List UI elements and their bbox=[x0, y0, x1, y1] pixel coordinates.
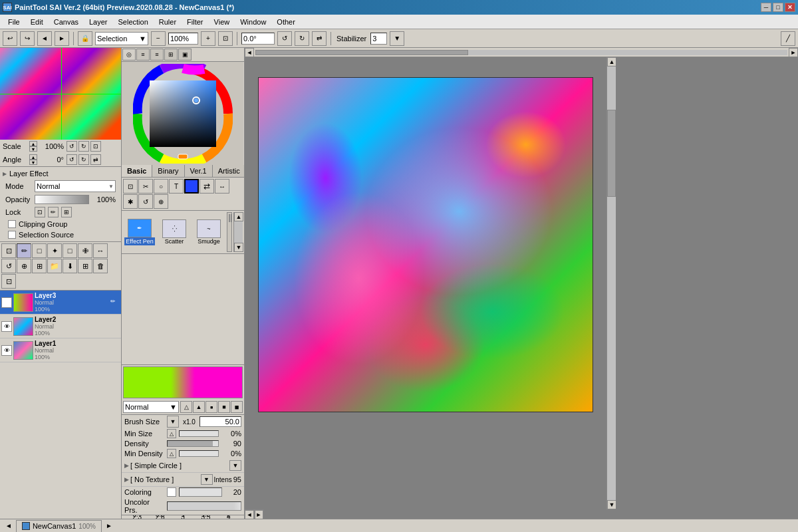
brush-type-text[interactable]: T bbox=[169, 179, 184, 194]
tool-new-layer[interactable]: ⊡ bbox=[1, 243, 16, 258]
brush-type-fill[interactable]: ⊕ bbox=[154, 194, 168, 209]
brush-size-dropdown[interactable]: ▼ bbox=[167, 416, 179, 428]
brush-tab-binary[interactable]: Binary bbox=[152, 165, 184, 177]
menu-file[interactable]: File bbox=[3, 17, 25, 27]
scale-down[interactable]: ▼ bbox=[29, 146, 37, 152]
canvas-horizontal-scrollbar[interactable]: ◄ ► bbox=[245, 509, 263, 519]
color-tab-hsl[interactable]: ≡ bbox=[136, 49, 150, 61]
brush-type-rotate[interactable]: ↺ bbox=[138, 194, 153, 209]
shape-triangle-filled[interactable]: ▲ bbox=[193, 401, 205, 413]
tool-bucket[interactable]: ⊕ bbox=[17, 259, 31, 273]
toolbar-zoom-out[interactable]: − bbox=[151, 31, 166, 46]
canvas-vertical-scrollbar[interactable]: ▲ ▼ bbox=[606, 57, 616, 509]
toolbar-undo[interactable]: ↩ bbox=[3, 31, 17, 46]
scroll-right-arrow[interactable]: ► bbox=[254, 510, 263, 519]
brush-tab-basic[interactable]: Basic bbox=[122, 165, 152, 177]
brush-effect-pen[interactable]: ✒ Effect Pen bbox=[123, 219, 156, 245]
preset-scroll-up[interactable]: ▲ bbox=[234, 212, 243, 221]
brush-type-circle[interactable]: ○ bbox=[154, 179, 168, 194]
brush-type-select[interactable]: ⊡ bbox=[123, 179, 138, 194]
menu-window[interactable]: Window bbox=[235, 17, 271, 27]
close-button[interactable]: ✕ bbox=[785, 3, 795, 12]
color-tab-swatch[interactable]: ▣ bbox=[178, 49, 192, 61]
scroll-down-arrow[interactable]: ▼ bbox=[607, 500, 616, 509]
shape-square-large[interactable]: ■ bbox=[231, 401, 243, 413]
preset-scrollbar[interactable]: ▲ ▼ bbox=[233, 212, 243, 252]
artwork[interactable] bbox=[258, 77, 593, 412]
toolbar-rotate-ccw[interactable]: ↺ bbox=[277, 31, 292, 46]
stabilizer-dropdown[interactable]: ▼ bbox=[390, 31, 404, 46]
layer-3-visibility[interactable]: 👁 bbox=[1, 297, 12, 308]
angle-down[interactable]: ▼ bbox=[29, 160, 37, 165]
selection-dropdown[interactable]: Selection ▼ bbox=[95, 32, 148, 45]
toolbar-zoom-fit[interactable]: ⊡ bbox=[218, 31, 233, 46]
coloring-slider[interactable] bbox=[179, 487, 222, 497]
color-wheel-area[interactable] bbox=[122, 62, 243, 165]
toolbar-pen-icon[interactable]: ╱ bbox=[781, 31, 795, 46]
tool-merge[interactable]: ⬇ bbox=[63, 259, 77, 273]
color-wheel-svg[interactable] bbox=[133, 64, 233, 164]
scroll-v-track[interactable] bbox=[607, 66, 616, 500]
tab-right-arrow[interactable]: ► bbox=[103, 522, 115, 529]
tool-extra[interactable]: ⊡ bbox=[1, 274, 16, 289]
mode-dropdown[interactable]: Normal ▼ bbox=[35, 180, 116, 192]
brush-type-lasso[interactable]: ✂ bbox=[138, 179, 153, 194]
menu-filter[interactable]: Filter bbox=[182, 17, 208, 27]
menu-canvas[interactable]: Canvas bbox=[49, 17, 84, 27]
toolbar-zoom-in[interactable]: + bbox=[201, 31, 215, 46]
tool-move[interactable]: ✙ bbox=[78, 243, 92, 258]
canvas-thumbnail[interactable] bbox=[0, 48, 122, 140]
scale-100[interactable]: ⊡ bbox=[90, 141, 101, 152]
brush-type-move[interactable]: ↔ bbox=[215, 179, 229, 194]
lock-position-btn[interactable]: ⊞ bbox=[61, 207, 72, 217]
angle-spinners[interactable]: ▲ ▼ bbox=[29, 154, 37, 165]
angle-flip[interactable]: ⇄ bbox=[90, 154, 101, 165]
scroll-up-arrow[interactable]: ▲ bbox=[607, 57, 616, 66]
density-slider[interactable] bbox=[167, 440, 219, 447]
color-tab-wheel[interactable]: ◎ bbox=[122, 49, 136, 61]
tool-pencil[interactable]: ✏ bbox=[17, 243, 31, 258]
scale-up[interactable]: ▲ bbox=[29, 141, 37, 146]
scale-reset[interactable]: ↺ bbox=[66, 141, 77, 152]
tool-eraser[interactable]: □ bbox=[32, 243, 47, 258]
brush-tab-ver1[interactable]: Ver.1 bbox=[185, 165, 213, 177]
brush-tab-artistic[interactable]: Artistic bbox=[213, 165, 245, 177]
shape-expand-icon[interactable]: ▶ bbox=[124, 462, 129, 469]
tool-rectangle[interactable]: ⊞ bbox=[32, 259, 47, 273]
texture-expand-icon[interactable]: ▶ bbox=[124, 476, 129, 483]
preset-cell-1[interactable] bbox=[229, 214, 230, 222]
layer-1-visibility[interactable]: 👁 bbox=[1, 345, 12, 356]
canvas-nav-left[interactable]: ◄ bbox=[245, 48, 254, 57]
angle-reset[interactable]: ↺ bbox=[66, 154, 77, 165]
menu-view[interactable]: View bbox=[209, 17, 235, 27]
swap-colors-btn[interactable]: ⇄ bbox=[200, 179, 214, 194]
canvas-viewport[interactable] bbox=[245, 57, 606, 509]
tool-delete[interactable]: 🗑 bbox=[93, 259, 108, 273]
preset-cell-2[interactable] bbox=[231, 214, 232, 222]
brush-type-zoom[interactable]: ✱ bbox=[123, 194, 138, 209]
canvas-h-nav-track[interactable] bbox=[255, 50, 787, 55]
menu-selection[interactable]: Selection bbox=[113, 17, 154, 27]
uncolor-slider[interactable] bbox=[167, 501, 241, 511]
brush-scatter[interactable]: ⁛ Scatter bbox=[158, 219, 191, 245]
tab-left-arrow[interactable]: ◄ bbox=[3, 522, 15, 529]
minimize-button[interactable]: ─ bbox=[761, 3, 771, 12]
scale-spinners[interactable]: ▲ ▼ bbox=[29, 141, 37, 152]
tool-duplicate[interactable]: ⊞ bbox=[78, 259, 92, 273]
toolbar-next[interactable]: ► bbox=[55, 31, 69, 46]
tool-zoom[interactable]: ↔ bbox=[93, 243, 108, 258]
scroll-left-arrow[interactable]: ◄ bbox=[245, 510, 254, 519]
angle-ccw[interactable]: ↻ bbox=[78, 154, 89, 165]
toolbar-flip-h[interactable]: ⇄ bbox=[312, 31, 327, 46]
clipping-group-checkbox[interactable] bbox=[8, 220, 16, 228]
menu-layer[interactable]: Layer bbox=[84, 17, 113, 27]
brush-smudge[interactable]: ~ Smudge bbox=[192, 219, 225, 245]
tool-lasso[interactable]: ✦ bbox=[47, 243, 62, 258]
maximize-button[interactable]: □ bbox=[773, 3, 783, 12]
toolbar-redo[interactable]: ↪ bbox=[20, 31, 35, 46]
lock-pixel-btn[interactable]: ✏ bbox=[48, 207, 59, 217]
menu-ruler[interactable]: Ruler bbox=[154, 17, 182, 27]
shape-section-dropdown[interactable]: ▼ bbox=[229, 460, 241, 471]
tool-new-folder[interactable]: 📁 bbox=[47, 259, 62, 273]
color-tab-rgb[interactable]: ≡ bbox=[150, 49, 164, 61]
